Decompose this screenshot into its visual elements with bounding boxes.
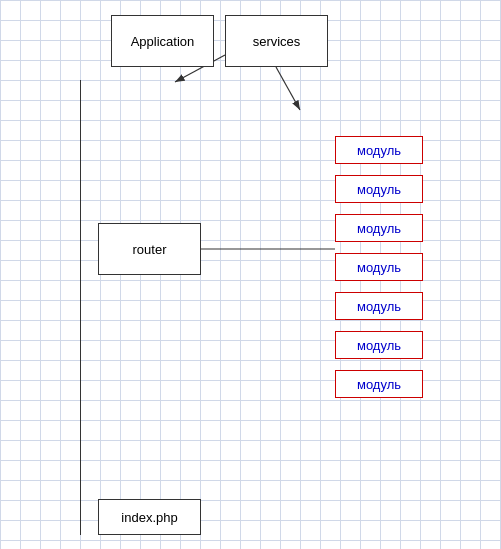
router-box: router: [98, 223, 201, 275]
services-label: services: [253, 34, 301, 49]
module-label-4: модуль: [357, 260, 401, 275]
module-label-2: модуль: [357, 182, 401, 197]
module-box-4: модуль: [335, 253, 423, 281]
module-label-1: модуль: [357, 143, 401, 158]
module-label-3: модуль: [357, 221, 401, 236]
application-box: Application: [111, 15, 214, 67]
application-label: Application: [131, 34, 195, 49]
diagram-arrows: [0, 0, 501, 549]
module-box-1: модуль: [335, 136, 423, 164]
module-label-7: модуль: [357, 377, 401, 392]
module-box-3: модуль: [335, 214, 423, 242]
router-label: router: [133, 242, 167, 257]
module-label-5: модуль: [357, 299, 401, 314]
services-box: services: [225, 15, 328, 67]
module-box-7: модуль: [335, 370, 423, 398]
index-box: index.php: [98, 499, 201, 535]
module-label-6: модуль: [357, 338, 401, 353]
module-box-6: модуль: [335, 331, 423, 359]
diagram-canvas: Application services router index.php мо…: [0, 0, 501, 549]
module-box-2: модуль: [335, 175, 423, 203]
left-vertical-line: [80, 80, 81, 535]
svg-line-2: [276, 67, 300, 110]
module-box-5: модуль: [335, 292, 423, 320]
index-label: index.php: [121, 510, 177, 525]
